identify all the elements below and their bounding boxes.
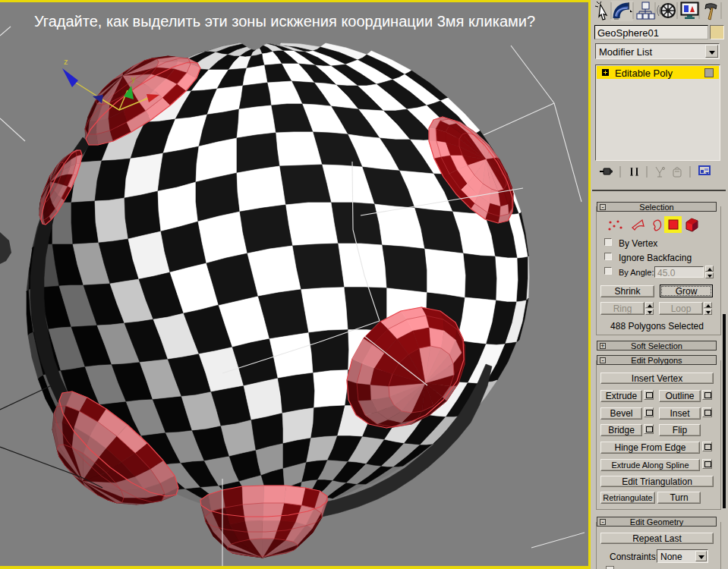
svg-text:y: y: [131, 74, 136, 83]
svg-text:z: z: [64, 57, 68, 66]
